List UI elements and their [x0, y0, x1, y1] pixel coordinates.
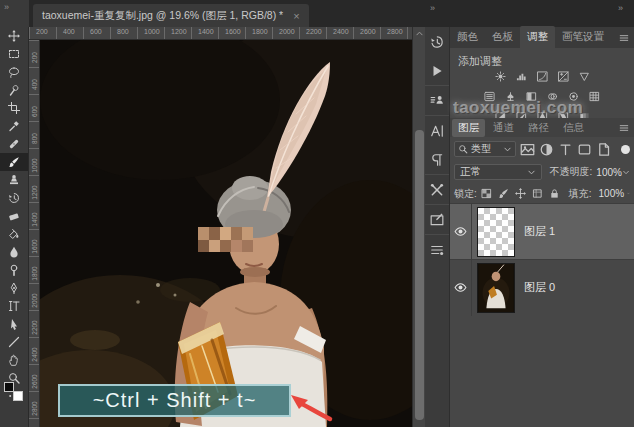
eyedropper-tool[interactable]	[0, 117, 28, 135]
censor-mosaic	[198, 227, 253, 252]
layer-photo-thumb	[478, 264, 514, 312]
ruler-label: 2800	[31, 399, 38, 419]
ruler-label: 1200	[31, 183, 38, 203]
history-brush-tool[interactable]	[0, 189, 28, 207]
timeline-panel[interactable]	[425, 205, 449, 235]
bucket-icon	[8, 228, 20, 240]
photoshop-window: » taoxuemei-重复复制.jpg @ 19.6% (图层 1, RGB/…	[0, 0, 634, 427]
shortcut-text: ~Ctrl + Shift + t~	[93, 389, 257, 412]
ruler-label: 200	[31, 48, 38, 68]
ruler-label: 200	[36, 28, 48, 35]
ruler-label: 2200	[306, 28, 322, 35]
move-tool[interactable]	[0, 27, 28, 45]
document-canvas[interactable]	[40, 40, 412, 427]
quickselect-icon	[8, 84, 20, 96]
ruler-label: 1600	[31, 237, 38, 257]
ruler-label: 2400	[31, 345, 38, 365]
paragraph-icon	[430, 153, 444, 167]
color-swatches[interactable]	[4, 382, 26, 404]
ruler-label: 2200	[31, 318, 38, 338]
drop-icon	[8, 246, 20, 258]
dock-collapse-icon[interactable]: »	[430, 3, 434, 13]
close-document-icon[interactable]: ×	[293, 10, 299, 22]
canvas-vertical-scrollbar[interactable]	[412, 27, 425, 427]
chevron-down-icon	[415, 29, 424, 38]
shortcut-overlay: ~Ctrl + Shift + t~	[58, 384, 291, 417]
ruler-label: 2000	[279, 28, 295, 35]
document-tab-title: taoxuemei-重复复制.jpg @ 19.6% (图层 1, RGB/8)…	[42, 9, 283, 23]
actions-panel[interactable]	[425, 56, 449, 86]
layer-name: 图层 0	[524, 280, 555, 295]
clone-stamp-tool[interactable]	[0, 171, 28, 189]
toolbar-header: »	[0, 0, 29, 27]
layer-row[interactable]: 图层 0	[450, 259, 634, 315]
background-color-swatch[interactable]	[13, 391, 23, 401]
hand-tool[interactable]	[0, 351, 28, 369]
ruler-label: 1400	[198, 28, 214, 35]
dodge-tool[interactable]	[0, 261, 28, 279]
ruler-label: 1000	[31, 156, 38, 176]
line-tool[interactable]	[0, 333, 28, 351]
layer-visibility-toggle[interactable]	[450, 204, 472, 260]
marquee-icon	[8, 48, 20, 60]
brush-tool[interactable]	[0, 153, 28, 171]
ruler-label: 2400	[333, 28, 349, 35]
history-panel[interactable]	[425, 27, 449, 56]
lasso-icon	[8, 66, 20, 78]
ruler-label: 2600	[360, 28, 376, 35]
eraser-icon	[8, 210, 20, 222]
layer-visibility-toggle[interactable]	[450, 260, 472, 316]
eraser-tool[interactable]	[0, 207, 28, 225]
ruler-label: 2000	[31, 291, 38, 311]
layer-row[interactable]: 图层 1	[450, 203, 634, 259]
gradient-tool[interactable]	[0, 225, 28, 243]
ruler-label: 1800	[31, 264, 38, 284]
crop-tool[interactable]	[0, 99, 28, 117]
play-icon	[430, 64, 444, 78]
type-tool[interactable]	[0, 297, 28, 315]
ruler-label: 600	[90, 28, 102, 35]
blur-tool[interactable]	[0, 243, 28, 261]
vertical-ruler: 2004006008001000120014001600180020002200…	[29, 40, 40, 427]
lasso-tool[interactable]	[0, 63, 28, 81]
measurement-panel[interactable]	[425, 235, 449, 264]
panel-collapse-icon[interactable]: »	[618, 3, 622, 13]
ruler-label: 1200	[171, 28, 187, 35]
canvas-photo	[40, 40, 412, 427]
paragraph-panel[interactable]	[425, 145, 449, 175]
clone-source-panel[interactable]	[425, 86, 449, 116]
spot-healing-brush-tool[interactable]	[0, 135, 28, 153]
eye-icon	[454, 225, 467, 238]
crop-icon	[8, 102, 20, 114]
tools-column	[0, 27, 29, 427]
layer-thumbnail[interactable]	[477, 263, 515, 313]
ruler-label: 400	[63, 28, 75, 35]
tool-presets-panel[interactable]	[425, 175, 449, 205]
panel-icon-dock	[425, 27, 450, 427]
right-panel: 颜色色板调整画笔设置 添加调整 taoxuemei.com 图层通道路径信息 类…	[450, 27, 634, 427]
pen-tool[interactable]	[0, 279, 28, 297]
ruler-label: 1800	[252, 28, 268, 35]
document-tab[interactable]: taoxuemei-重复复制.jpg @ 19.6% (图层 1, RGB/8)…	[33, 4, 309, 27]
presets-icon	[430, 183, 444, 197]
scroll-up-icon[interactable]	[415, 29, 424, 38]
cursor-icon	[8, 318, 20, 330]
quick-selection-tool[interactable]	[0, 81, 28, 99]
layers-list: 图层 1图层 0	[450, 27, 634, 427]
toolbar-collapse-icon[interactable]: »	[4, 2, 9, 12]
layer-thumbnail[interactable]	[477, 207, 515, 257]
scrollbar-thumb[interactable]	[415, 130, 424, 420]
ruler-label: 1000	[144, 28, 160, 35]
character-panel[interactable]	[425, 116, 449, 145]
pen-icon	[8, 282, 20, 294]
ruler-label: 2800	[387, 28, 403, 35]
history-icon	[430, 35, 444, 49]
path-selection-tool[interactable]	[0, 315, 28, 333]
eye-icon	[454, 281, 467, 294]
foreground-color-swatch[interactable]	[4, 382, 14, 392]
marquee-tool[interactable]	[0, 45, 28, 63]
ruler-label: 2600	[31, 372, 38, 392]
stamp-icon	[8, 174, 20, 186]
ruler-label: 800	[31, 129, 38, 149]
ruler-label: 600	[31, 102, 38, 122]
